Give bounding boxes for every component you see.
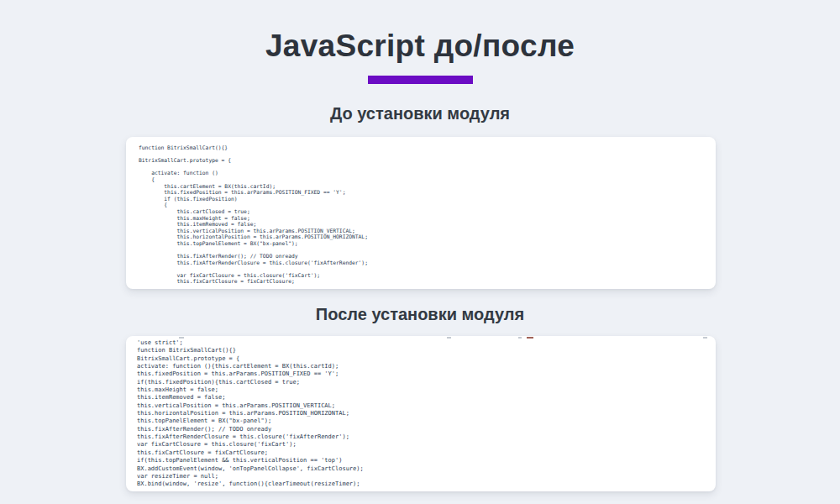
- code-screenshot-before: function BitrixSmallCart(){} BitrixSmall…: [126, 137, 716, 289]
- code-block-after: 'use strict'; function BitrixSmallCart()…: [126, 336, 716, 489]
- section-heading-after: После установки модуля: [0, 305, 840, 324]
- cropped-code-fragment: [447, 337, 451, 339]
- code-block-before: function BitrixSmallCart(){} BitrixSmall…: [126, 137, 716, 285]
- page-title: JavaScript до/после: [0, 29, 840, 64]
- title-accent-bar: [368, 76, 473, 84]
- cropped-code-fragment: [703, 337, 707, 339]
- cropped-code-fragment: [527, 337, 533, 339]
- section-heading-before: До установки модуля: [0, 104, 840, 123]
- cropped-code-fragment: [518, 337, 522, 339]
- code-screenshot-after: 'use strict'; function BitrixSmallCart()…: [126, 336, 716, 491]
- cropped-code-fragment: [179, 337, 184, 339]
